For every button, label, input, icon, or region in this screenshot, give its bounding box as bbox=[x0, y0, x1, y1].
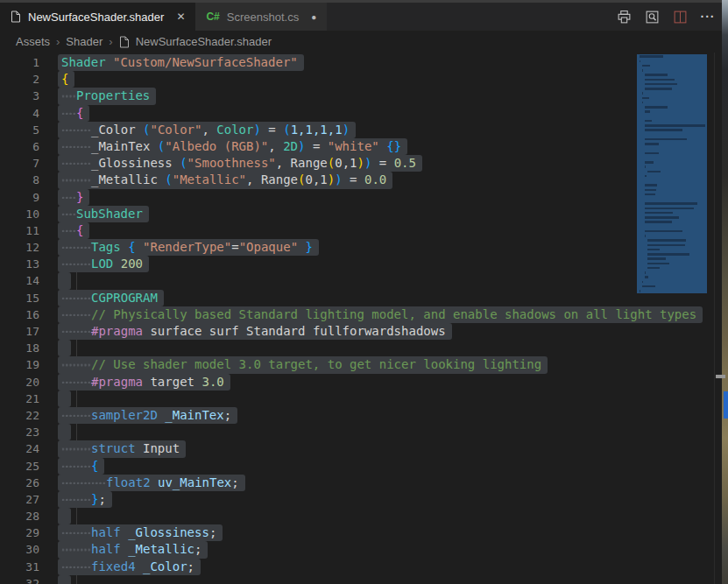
editor[interactable]: 1Shader "Custom/NewSurfaceShader"2{3Prop… bbox=[0, 53, 728, 584]
code-line[interactable]: 9} bbox=[0, 189, 632, 206]
token: "white" bbox=[328, 138, 379, 155]
token bbox=[136, 559, 143, 575]
line-number: 14 bbox=[0, 272, 39, 289]
editor-actions: ··· bbox=[614, 7, 717, 26]
split-editor-icon bbox=[673, 10, 688, 25]
token: _Color bbox=[91, 122, 143, 138]
file-icon bbox=[119, 36, 130, 48]
code-line[interactable]: 13LOD 200 bbox=[0, 256, 632, 272]
breadcrumb-item-shader[interactable]: Shader bbox=[66, 35, 102, 48]
background-window-blue-mark bbox=[724, 391, 728, 419]
code-line[interactable]: 7_Glossiness ("Smoothness", Range(0,1)) … bbox=[0, 155, 632, 172]
selection-highlight: CGPROGRAM bbox=[58, 290, 164, 306]
code-line[interactable]: 32 bbox=[0, 575, 632, 584]
open-preview-button[interactable] bbox=[642, 7, 661, 26]
code-line[interactable]: 6_MainTex ("Albedo (RGB)", 2D) = "white"… bbox=[0, 138, 632, 155]
selection-highlight: _Glossiness ("Smoothness", Range(0,1)) =… bbox=[58, 155, 422, 172]
modified-dot-icon[interactable]: ● bbox=[311, 12, 316, 22]
background-window-scrollbar-mark bbox=[716, 375, 725, 378]
code-line[interactable]: 29half _Glossiness; bbox=[0, 524, 632, 541]
token: uv_MainTex bbox=[158, 475, 231, 491]
code-line[interactable]: 14 bbox=[0, 272, 632, 289]
selection-highlight bbox=[58, 508, 71, 524]
code-line[interactable]: 28 bbox=[0, 508, 632, 524]
code-line[interactable]: 24struct Input bbox=[0, 440, 632, 457]
line-number: 2 bbox=[0, 71, 39, 88]
selection-highlight: _Color ("Color", Color) = (1,1,1,1) bbox=[58, 122, 356, 138]
code-line[interactable]: 16// Physically based Standard lighting … bbox=[0, 306, 632, 323]
code-line[interactable]: 19// Use shader model 3.0 target, to get… bbox=[0, 356, 632, 373]
token: LOD bbox=[91, 256, 113, 272]
tab-newsurfaceshader[interactable]: NewSurfaceShader.shader ✕ bbox=[0, 3, 195, 31]
token: "Smoothness" bbox=[187, 155, 276, 172]
token bbox=[113, 256, 120, 272]
code-line[interactable]: 21 bbox=[0, 391, 632, 407]
code-line[interactable]: 15CGPROGRAM bbox=[0, 290, 632, 306]
code-line[interactable]: 20#pragma target 3.0 bbox=[0, 374, 632, 391]
breadcrumb-item-file[interactable]: NewSurfaceShader.shader bbox=[136, 35, 272, 48]
line-number: 10 bbox=[0, 206, 39, 222]
selection-highlight: { bbox=[58, 105, 89, 122]
chevron-right-icon: › bbox=[109, 35, 112, 48]
line-number: 32 bbox=[0, 575, 39, 584]
token: ) bbox=[253, 122, 260, 138]
line-number: 1 bbox=[0, 54, 39, 71]
code-line[interactable]: 12Tags { "RenderType"="Opaque" } bbox=[0, 239, 632, 256]
split-editor-button[interactable] bbox=[670, 7, 689, 26]
selection-highlight: fixed4 _Color; bbox=[58, 559, 201, 575]
minimap[interactable] bbox=[637, 54, 707, 293]
code-line[interactable]: 17#pragma surface surf Standard fullforw… bbox=[0, 323, 632, 340]
breadcrumb-item-assets[interactable]: Assets bbox=[16, 35, 50, 48]
line-number: 23 bbox=[0, 424, 39, 440]
whitespace-dots bbox=[61, 475, 106, 491]
code-line[interactable]: 4{ bbox=[0, 105, 632, 122]
code-line[interactable]: 31fixed4 _Color; bbox=[0, 559, 632, 575]
code-line[interactable]: 30half _Metallic; bbox=[0, 541, 632, 558]
code-line[interactable]: 22sampler2D _MainTex; bbox=[0, 407, 632, 424]
token: _Glossiness bbox=[91, 155, 180, 172]
tab-screenshot-cs[interactable]: C# Screenshot.cs ● bbox=[195, 3, 328, 31]
code-line[interactable]: 18 bbox=[0, 340, 632, 356]
code-line[interactable]: 10SubShader bbox=[0, 206, 632, 222]
code-line[interactable]: 8_Metallic ("Metallic", Range(0,1)) = 0.… bbox=[0, 172, 632, 188]
code-line[interactable]: 11{ bbox=[0, 222, 632, 239]
close-icon[interactable]: ✕ bbox=[176, 11, 185, 23]
more-actions-button[interactable]: ··· bbox=[698, 7, 717, 26]
code-line[interactable]: 27}; bbox=[0, 491, 632, 508]
code-line[interactable]: 25{ bbox=[0, 458, 632, 475]
token: // Use shader model 3.0 target, to get n… bbox=[91, 356, 541, 373]
token: , bbox=[268, 138, 283, 155]
code-line[interactable]: 3Properties bbox=[0, 88, 632, 104]
token: sampler2D bbox=[91, 407, 158, 424]
selection-highlight: Shader "Custom/NewSurfaceShader" bbox=[58, 54, 304, 71]
code-line[interactable]: 2{ bbox=[0, 71, 632, 88]
token: ; bbox=[98, 491, 105, 508]
line-number: 13 bbox=[0, 256, 39, 272]
line-number: 25 bbox=[0, 458, 39, 475]
token: { bbox=[76, 105, 83, 122]
whitespace-dots bbox=[61, 239, 91, 256]
code-line[interactable]: 1Shader "Custom/NewSurfaceShader" bbox=[0, 54, 632, 71]
code-line[interactable]: 26float2 uv_MainTex; bbox=[0, 475, 632, 491]
line-number: 20 bbox=[0, 374, 39, 391]
line-number: 16 bbox=[0, 306, 39, 323]
token: ; bbox=[187, 559, 194, 575]
token: ; bbox=[194, 541, 201, 558]
whitespace-dots bbox=[61, 189, 76, 206]
whitespace-dots bbox=[61, 155, 91, 172]
token: 0,1 bbox=[305, 172, 327, 188]
whitespace-dots bbox=[61, 458, 91, 475]
code-line[interactable]: 23 bbox=[0, 424, 632, 440]
token: = bbox=[261, 122, 283, 138]
token: _Color bbox=[143, 559, 187, 575]
selection-highlight: float2 uv_MainTex; bbox=[58, 475, 245, 491]
code-lines: 1Shader "Custom/NewSurfaceShader"2{3Prop… bbox=[0, 54, 632, 584]
scrollbar-track[interactable] bbox=[714, 53, 715, 584]
open-preview-icon bbox=[645, 10, 660, 25]
print-button[interactable] bbox=[614, 7, 633, 26]
code-line[interactable]: 5_Color ("Color", Color) = (1,1,1,1) bbox=[0, 122, 632, 138]
token: 3.0 bbox=[201, 374, 223, 391]
whitespace-dots bbox=[61, 122, 91, 138]
token: Properties bbox=[76, 88, 150, 104]
line-number: 19 bbox=[0, 356, 39, 373]
